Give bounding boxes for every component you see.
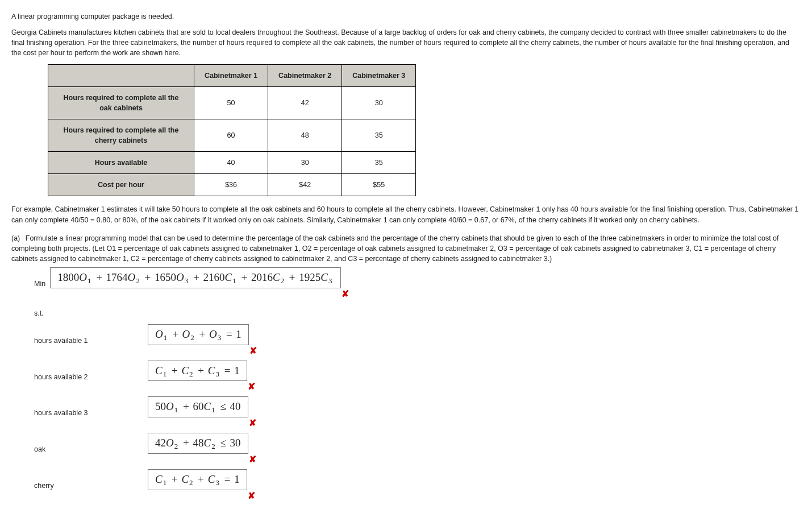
table-cell: 48 — [268, 119, 342, 151]
constraint-row: hours available 1O1 + O2 + O3 = 1✘ — [34, 324, 801, 357]
min-label: Min — [34, 279, 45, 289]
wrong-icon: ✘ — [248, 489, 255, 502]
constraint-input[interactable]: C1 + C2 + C3 = 1 — [148, 361, 247, 382]
row-label: Hours available — [48, 152, 194, 174]
constraint-row: hours available 350O1 + 60C1 ≤ 40✘ — [34, 396, 801, 429]
th-c1: Cabinetmaker 1 — [194, 64, 268, 86]
part-a-text: Formulate a linear programming model tha… — [11, 234, 779, 263]
example-paragraph: For example, Cabinetmaker 1 estimates it… — [11, 204, 801, 225]
row-label: Cost per hour — [48, 174, 194, 196]
row-label: Hours required to complete all the cherr… — [48, 119, 194, 151]
table-cell: 40 — [194, 152, 268, 174]
cabinetmaker-table: Cabinetmaker 1 Cabinetmaker 2 Cabinetmak… — [48, 64, 416, 197]
th-c2: Cabinetmaker 2 — [268, 64, 342, 86]
table-cell: $36 — [194, 174, 268, 196]
intro-paragraph: Georgia Cabinets manufactures kitchen ca… — [11, 27, 801, 58]
table-cell: 30 — [268, 152, 342, 174]
constraint-label: oak — [34, 444, 148, 454]
constraint-label: hours available 1 — [34, 336, 148, 346]
th-c3: Cabinetmaker 3 — [342, 64, 416, 86]
constraint-label: hours available 3 — [34, 408, 148, 418]
constraint-row: oak42O2 + 48C2 ≤ 30✘ — [34, 433, 801, 466]
wrong-icon: ✘ — [248, 380, 255, 393]
constraint-label: cherry — [34, 481, 148, 491]
table-cell: 60 — [194, 119, 268, 151]
subject-to-label: s.t. — [34, 308, 801, 318]
objective-input[interactable]: 1800O1 + 1764O2 + 1650O3 + 2160C1 + 2016… — [50, 267, 340, 288]
constraint-row: cherryC1 + C2 + C3 = 1✘ — [34, 469, 801, 502]
table-cell: $55 — [342, 174, 416, 196]
constraint-input[interactable]: C1 + C2 + C3 = 1 — [148, 469, 247, 490]
constraints-block: hours available 1O1 + O2 + O3 = 1✘hours … — [34, 324, 801, 502]
wrong-icon: ✘ — [342, 287, 349, 300]
constraint-label: hours available 2 — [34, 372, 148, 382]
th-blank — [48, 64, 194, 86]
table-cell: 42 — [268, 86, 342, 119]
table-cell: 50 — [194, 86, 268, 119]
constraint-input[interactable]: O1 + O2 + O3 = 1 — [148, 324, 249, 345]
part-a: (a) Formulate a linear programming model… — [11, 233, 801, 264]
table-cell: 35 — [342, 152, 416, 174]
intro-line-1: A linear programming computer package is… — [11, 11, 801, 22]
table-cell: 30 — [342, 86, 416, 119]
table-cell: $42 — [268, 174, 342, 196]
constraint-input[interactable]: 50O1 + 60C1 ≤ 40 — [148, 396, 248, 417]
row-label: Hours required to complete all the oak c… — [48, 86, 194, 119]
constraint-row: hours available 2C1 + C2 + C3 = 1✘ — [34, 361, 801, 394]
wrong-icon: ✘ — [249, 453, 256, 466]
objective-row: Min 1800O1 + 1764O2 + 1650O3 + 2160C1 + … — [34, 267, 801, 300]
wrong-icon: ✘ — [249, 344, 257, 357]
part-a-label: (a) — [11, 233, 23, 243]
constraint-input[interactable]: 42O2 + 48C2 ≤ 30 — [148, 433, 248, 454]
table-cell: 35 — [342, 119, 416, 151]
wrong-icon: ✘ — [249, 416, 256, 429]
